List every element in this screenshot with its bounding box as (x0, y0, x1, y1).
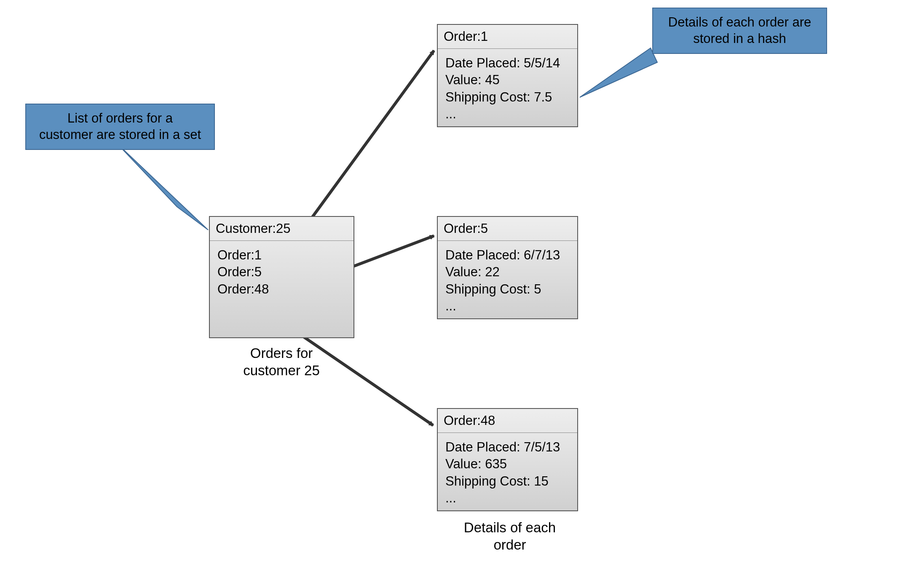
callout-set-line2: customer are stored in a set (34, 127, 206, 143)
order-box-1-header: Order:1 (438, 25, 577, 49)
order-field: Value: 22 (445, 264, 570, 280)
customer-set-box: Customer:25 Order:1 Order:5 Order:48 (209, 216, 354, 338)
customer-caption: Orders for customer 25 (229, 344, 334, 379)
order-box-48: Order:48 Date Placed: 7/5/13 Value: 635 … (437, 408, 578, 511)
order-box-5: Order:5 Date Placed: 6/7/13 Value: 22 Sh… (437, 216, 578, 319)
order-box-5-header: Order:5 (438, 217, 577, 241)
order-field: Shipping Cost: 5 (445, 281, 570, 298)
callout-tail-set (117, 144, 208, 230)
order-box-1: Order:1 Date Placed: 5/5/14 Value: 45 Sh… (437, 24, 578, 127)
customer-set-header: Customer:25 (210, 217, 354, 241)
order-box-48-header: Order:48 (438, 409, 577, 433)
callout-tail-hash (580, 48, 657, 97)
customer-set-body: Order:1 Order:5 Order:48 (210, 241, 354, 304)
orders-caption-line2: order (457, 536, 562, 553)
callout-hash: Details of each order are stored in a ha… (652, 8, 827, 54)
orders-caption: Details of each order (457, 519, 562, 554)
callout-set-line1: List of orders for a (34, 110, 206, 127)
order-field: Shipping Cost: 7.5 (445, 89, 570, 106)
order-field: ... (445, 490, 570, 507)
order-box-5-body: Date Placed: 6/7/13 Value: 22 Shipping C… (438, 241, 577, 320)
customer-caption-line2: customer 25 (229, 362, 334, 379)
callout-set: List of orders for a customer are stored… (25, 104, 215, 150)
order-field: Value: 45 (445, 72, 570, 88)
orders-caption-line1: Details of each (457, 519, 562, 536)
callout-hash-line2: stored in a hash (661, 31, 819, 47)
order-box-48-body: Date Placed: 7/5/13 Value: 635 Shipping … (438, 433, 577, 513)
customer-order-item: Order:48 (217, 281, 346, 298)
order-field: Value: 635 (445, 456, 570, 473)
order-field: Date Placed: 6/7/13 (445, 247, 570, 264)
order-field: Shipping Cost: 15 (445, 473, 570, 490)
order-box-1-body: Date Placed: 5/5/14 Value: 45 Shipping C… (438, 49, 577, 128)
customer-order-item: Order:1 (217, 247, 346, 264)
callout-hash-line1: Details of each order are (661, 14, 819, 31)
order-field: Date Placed: 5/5/14 (445, 55, 570, 72)
order-field: ... (445, 298, 570, 315)
customer-order-item: Order:5 (217, 264, 346, 280)
order-field: ... (445, 106, 570, 123)
order-field: Date Placed: 7/5/13 (445, 439, 570, 456)
customer-caption-line1: Orders for (229, 344, 334, 362)
